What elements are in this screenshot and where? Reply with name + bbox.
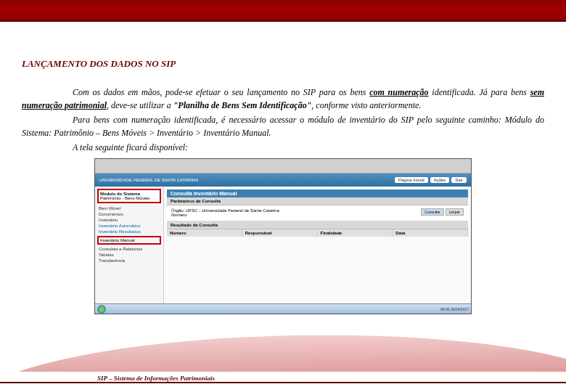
text: Com os dados em mãos, pode-se efetuar o … [73, 87, 369, 97]
params-body: Órgão: UFSC - Universidade Federal de Sa… [167, 205, 468, 221]
text: identificada. Já para bens [429, 87, 530, 97]
sidebar: Módulo do Sistema Patrimônio - Bens Móve… [95, 187, 164, 303]
sidebar-item[interactable]: Inventário Resultados [97, 229, 161, 234]
consultar-button[interactable]: Consultar [421, 208, 443, 216]
text-emph: "Planilha de Bens Sem Identificação" [173, 100, 312, 110]
footer-label: SIP – Sistema de Informações Patrimoniai… [94, 375, 218, 382]
app-body: Módulo do Sistema Patrimônio - Bens Móve… [95, 187, 471, 303]
limpar-button[interactable]: Limpar [446, 208, 464, 216]
main-panel: Consulta Inventário Manual Parâmetros de… [164, 187, 471, 303]
footer-rule [0, 382, 566, 383]
paragraph-1: Com os dados em mãos, pode-se efetuar o … [22, 86, 544, 112]
sidebar-item[interactable]: Documentos [97, 211, 161, 217]
sidebar-item[interactable]: Bem Móvel [97, 205, 161, 211]
sidebar-item[interactable]: Consultas e Relatórios [97, 246, 161, 252]
module-value[interactable]: Patrimônio - Bens Móveis [100, 196, 158, 200]
content-area: LANÇAMENTO DOS DADOS NO SIP Com os dados… [0, 22, 566, 322]
sidebar-item-inventario-manual[interactable]: Inventário Manual [97, 236, 161, 245]
col-finalidade: Finalidade [318, 229, 393, 237]
decorative-swoosh [0, 335, 566, 372]
windows-taskbar: 09:05 26/04/2017 [95, 303, 471, 314]
sidebar-item[interactable]: Transferência [97, 258, 161, 264]
text: , deve-se utilizar a [107, 100, 173, 110]
sidebar-item[interactable]: Inventário Automático [97, 223, 161, 229]
slide-top-bar [0, 0, 566, 22]
col-data: Data [393, 229, 468, 237]
paragraph-3: A tela seguinte ficará disponível: [22, 141, 544, 154]
text-emph: com numeração [369, 87, 428, 97]
embedded-screenshot: UNIVERSIDADE FEDERAL DE SANTA CATARINA P… [94, 158, 472, 314]
org-name: UNIVERSIDADE FEDERAL DE SANTA CATARINA [99, 178, 198, 182]
browser-chrome [95, 159, 471, 173]
panel-title: Consulta Inventário Manual [167, 189, 468, 197]
text: , conforme visto anteriormente. [311, 100, 421, 110]
params-header: Parâmetros de Consulta [167, 197, 468, 205]
taskbar-clock: 09:05 26/04/2017 [440, 307, 469, 311]
sidebar-item[interactable]: Inventário [97, 217, 161, 223]
header-actions: Página Inicial Ações Sair [395, 177, 467, 183]
param-value: UFSC - Universidade Federal de Santa Cat… [186, 208, 279, 213]
result-header: Resultado da Consulta [167, 221, 468, 229]
actions-button[interactable]: Ações [430, 177, 450, 183]
col-responsavel: Responsável [242, 229, 318, 237]
result-columns: Número Responsável Finalidade Data [167, 229, 468, 237]
module-selector-highlight: Módulo do Sistema Patrimônio - Bens Móve… [97, 189, 161, 203]
sidebar-item[interactable]: Tabelas [97, 252, 161, 258]
section-heading: LANÇAMENTO DOS DADOS NO SIP [22, 58, 544, 70]
start-button-icon[interactable] [97, 305, 106, 314]
param-label: Número: [171, 213, 188, 217]
home-button[interactable]: Página Inicial [395, 177, 428, 183]
paragraph-2: Para bens com numeração identificada, é … [22, 113, 544, 139]
app-header: UNIVERSIDADE FEDERAL DE SANTA CATARINA P… [95, 173, 471, 187]
col-numero: Número [167, 229, 242, 237]
exit-button[interactable]: Sair [451, 177, 467, 183]
